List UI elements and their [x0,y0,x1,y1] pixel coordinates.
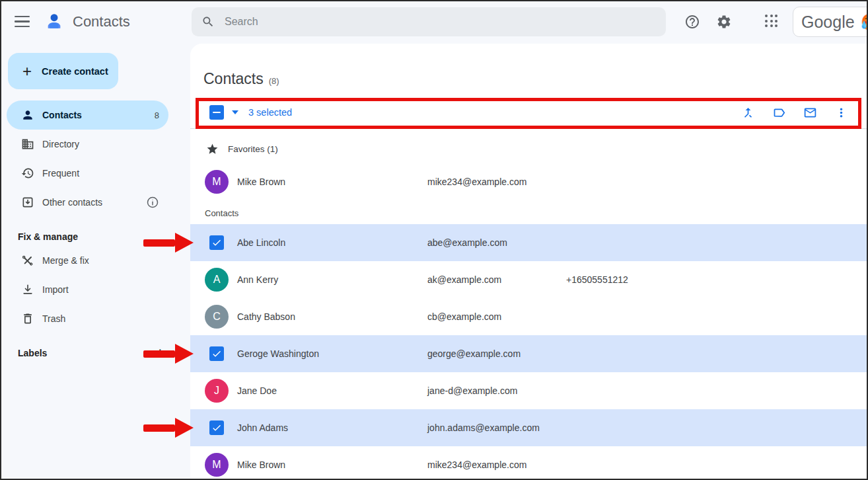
sidebar-nav: Contacts 8 Directory Frequent Other con [1,100,190,217]
label-icon [772,106,786,120]
sidebar-item-directory[interactable]: Directory [7,130,168,159]
sidebar-item-label: Contacts [42,110,82,120]
sidebar-item-label: Directory [42,139,79,149]
plus-icon: + [22,63,32,79]
toolbar-actions [741,106,867,120]
contacts-list: Abe Lincolnabe@example.comAAnn Kerryak@e… [190,224,867,479]
manage-labels-button[interactable] [772,106,786,120]
contact-avatar: J [205,379,229,403]
contacts-logo-icon [44,11,65,34]
indeterminate-icon [213,112,221,114]
contact-row[interactable]: Geroge Washingtongeorge@example.com [190,335,867,372]
help-button[interactable] [684,14,700,30]
send-email-button[interactable] [803,106,817,120]
page-title: Contacts [203,70,264,88]
labels-header: Labels + [1,339,190,368]
trash-icon [21,312,34,325]
sidebar-item-label: Other contacts [42,197,102,208]
contact-name: Mike Brown [237,460,427,470]
contact-avatar: A [205,268,229,292]
contact-email: jane-d@example.com [427,385,566,396]
email-icon [803,106,817,120]
contact-email: mike234@example.com [427,460,566,470]
sidebar-item-other-contacts[interactable]: Other contacts [7,188,168,217]
fix-manage-header: Fix & manage [1,227,190,246]
merge-button[interactable] [741,106,755,120]
person-icon [21,108,34,122]
contact-name: Geroge Washington [237,348,427,359]
check-icon [211,237,222,248]
sidebar-item-label: Frequent [42,168,79,179]
contacts-count: 8 [155,110,159,120]
sidebar-item-contacts[interactable]: Contacts 8 [7,100,168,130]
contact-name: Mike Brown [237,177,427,187]
contact-avatar: C [205,305,229,329]
selected-count-label: 3 selected [248,107,292,118]
page-title-row: Contacts (8) [203,70,867,88]
main-menu-button[interactable] [15,16,30,27]
contact-email: abe@example.com [427,237,566,248]
sidebar-item-import[interactable]: Import [7,275,168,304]
gear-icon [716,14,732,30]
google-contacts-window: Contacts Search Google 🥵 + Create contac… [0,0,868,480]
contact-row[interactable]: Abe Lincolnabe@example.com [190,224,867,261]
toolbar-divider [190,128,867,129]
row-checkbox[interactable] [209,420,224,435]
search-icon [201,15,215,28]
app-header: Contacts Search Google 🥵 [1,1,867,42]
contact-name: Ann Kerry [237,274,427,285]
add-label-button[interactable]: + [155,344,165,362]
contact-row[interactable]: MMike Brownmike234@example.com [190,446,867,479]
apps-grid-button[interactable] [765,15,778,27]
contact-email: john.adams@example.com [427,422,566,433]
contact-name: Cathy Babson [237,311,427,322]
create-contact-button[interactable]: + Create contact [8,53,118,89]
merge-icon [741,106,755,120]
check-icon [211,348,222,359]
contact-name: Jane Doe [237,385,427,396]
sidebar-item-trash[interactable]: Trash [7,304,168,333]
contact-row[interactable]: MMike Brownmike234@example.com [190,163,867,200]
select-all-checkbox[interactable] [209,105,224,120]
sidebar-item-merge-fix[interactable]: Merge & fix [7,246,168,275]
search-bar[interactable]: Search [192,7,666,36]
contacts-total-badge: (8) [269,76,279,86]
row-checkbox[interactable] [209,346,224,361]
more-vert-icon [834,106,848,120]
info-icon[interactable] [146,196,159,209]
more-actions-button[interactable] [834,106,848,120]
sidebar-item-frequent[interactable]: Frequent [7,159,168,188]
row-checkbox[interactable] [209,235,224,250]
tools-icon [21,254,34,267]
google-account-chip[interactable]: Google 🥵 [793,7,868,37]
contact-phone: +16505551212 [566,274,628,285]
inbox-down-icon [21,196,34,209]
search-placeholder: Search [225,16,258,28]
directory-icon [21,138,34,151]
contact-avatar: M [205,170,229,194]
contact-avatar: M [205,453,229,477]
help-icon [684,14,700,30]
favorites-section-header: Favorites (1) [190,134,867,163]
contacts-section-header: Contacts [190,202,867,224]
contact-row[interactable]: John Adamsjohn.adams@example.com [190,409,867,446]
sidebar: + Create contact Contacts 8 Directory [1,42,190,479]
app-title: Contacts [73,13,130,30]
contact-row[interactable]: CCathy Babsoncb@example.com [190,298,867,335]
google-wordmark: Google [801,13,855,32]
contact-email: ak@example.com [427,274,566,285]
account-avatar-emoji: 🥵 [861,14,868,30]
favorites-list: MMike Brownmike234@example.com [190,163,867,200]
favorites-label: Favorites (1) [228,144,278,154]
contact-row[interactable]: JJane Doejane-d@example.com [190,372,867,409]
sidebar-item-label: Merge & fix [42,255,89,266]
star-icon [206,143,219,155]
main-panel: Contacts (8) 3 selected [190,44,867,479]
contact-name: Abe Lincoln [237,237,427,248]
selection-toolbar: 3 selected [190,97,867,128]
download-icon [21,283,34,296]
select-dropdown-caret[interactable] [232,110,238,114]
settings-button[interactable] [716,14,732,30]
contact-row[interactable]: AAnn Kerryak@example.com+16505551212 [190,261,867,298]
sidebar-item-label: Import [42,284,69,295]
